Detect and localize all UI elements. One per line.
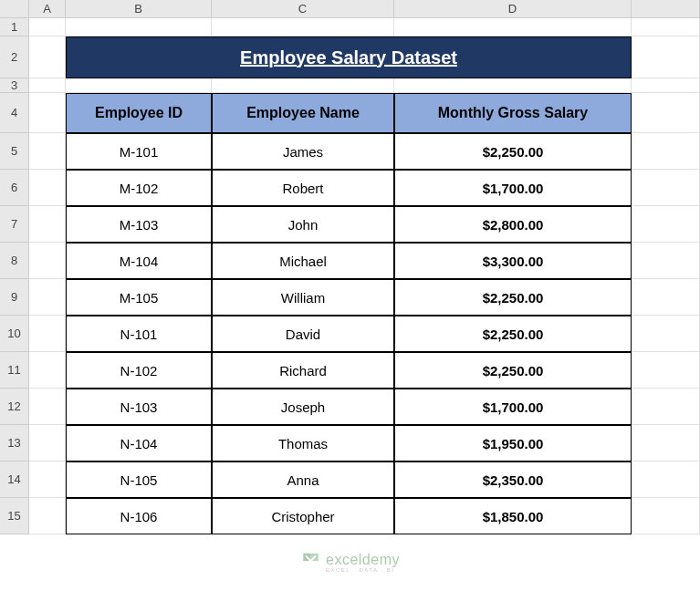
cell-d1[interactable]	[394, 18, 632, 36]
cell-salary[interactable]: $2,250.00	[394, 133, 632, 170]
cell-a12[interactable]	[29, 389, 66, 425]
table-header-name[interactable]: Employee Name	[212, 93, 394, 133]
row-header-13[interactable]: 13	[0, 425, 29, 461]
cell-employee-id[interactable]: N-103	[66, 389, 212, 425]
row-header-7[interactable]: 7	[0, 206, 29, 243]
cell-salary[interactable]: $2,250.00	[394, 279, 632, 316]
cell-a14[interactable]	[29, 461, 66, 498]
cell-employee-name[interactable]: Anna	[212, 461, 394, 498]
cell-employee-name[interactable]: Cristopher	[212, 498, 394, 534]
cell-salary[interactable]: $1,850.00	[394, 498, 632, 534]
cell-employee-name[interactable]: David	[212, 316, 394, 352]
row-header-12[interactable]: 12	[0, 389, 29, 425]
cell-e12[interactable]	[632, 389, 700, 425]
cell-employee-name[interactable]: John	[212, 206, 394, 243]
cell-employee-name[interactable]: Richard	[212, 352, 394, 389]
row-header-3[interactable]: 3	[0, 78, 29, 93]
cell-salary[interactable]: $1,700.00	[394, 389, 632, 425]
cell-employee-id[interactable]: M-103	[66, 206, 212, 243]
cell-e2[interactable]	[632, 36, 700, 78]
row-header-5[interactable]: 5	[0, 133, 29, 170]
cell-e9[interactable]	[632, 279, 700, 316]
cell-e1[interactable]	[632, 18, 700, 36]
cell-a10[interactable]	[29, 316, 66, 352]
cell-c3[interactable]	[212, 78, 394, 93]
cell-a11[interactable]	[29, 352, 66, 389]
watermark-sub: EXCEL · DATA · BI	[326, 567, 400, 573]
cell-a3[interactable]	[29, 78, 66, 93]
column-header-d[interactable]: D	[394, 0, 632, 17]
cell-e5[interactable]	[632, 133, 700, 170]
cell-employee-name[interactable]: Robert	[212, 170, 394, 206]
row-header-9[interactable]: 9	[0, 279, 29, 316]
cell-employee-id[interactable]: N-105	[66, 461, 212, 498]
cell-salary[interactable]: $2,250.00	[394, 352, 632, 389]
column-header-c[interactable]: C	[212, 0, 394, 17]
cell-employee-id[interactable]: N-102	[66, 352, 212, 389]
cell-e6[interactable]	[632, 170, 700, 206]
cell-employee-name[interactable]: William	[212, 279, 394, 316]
cell-salary[interactable]: $3,300.00	[394, 243, 632, 279]
cell-salary[interactable]: $2,350.00	[394, 461, 632, 498]
cell-salary[interactable]: $1,950.00	[394, 425, 632, 461]
cell-a13[interactable]	[29, 425, 66, 461]
cell-a9[interactable]	[29, 279, 66, 316]
cell-e10[interactable]	[632, 316, 700, 352]
column-header-a[interactable]: A	[29, 0, 66, 17]
row-header-15[interactable]: 15	[0, 498, 29, 534]
column-header-b[interactable]: B	[66, 0, 212, 17]
cell-salary[interactable]: $2,800.00	[394, 206, 632, 243]
cell-e8[interactable]	[632, 243, 700, 279]
row-header-14[interactable]: 14	[0, 461, 29, 498]
row-header-11[interactable]: 11	[0, 352, 29, 389]
cell-e15[interactable]	[632, 498, 700, 534]
cell-employee-id[interactable]: M-105	[66, 279, 212, 316]
cell-e13[interactable]	[632, 425, 700, 461]
cell-salary[interactable]: $2,250.00	[394, 316, 632, 352]
row-header-4[interactable]: 4	[0, 93, 29, 133]
cell-employee-id[interactable]: M-102	[66, 170, 212, 206]
row-3: 3	[0, 78, 700, 93]
cell-a15[interactable]	[29, 498, 66, 534]
cell-employee-id[interactable]: M-104	[66, 243, 212, 279]
table-header-id[interactable]: Employee ID	[66, 93, 212, 133]
cell-a4[interactable]	[29, 93, 66, 133]
cell-d3[interactable]	[394, 78, 632, 93]
table-row: 6M-102Robert$1,700.00	[0, 170, 700, 206]
column-header-e[interactable]	[632, 0, 700, 17]
cell-employee-name[interactable]: Thomas	[212, 425, 394, 461]
row-header-6[interactable]: 6	[0, 170, 29, 206]
cell-a7[interactable]	[29, 206, 66, 243]
table-row: 8M-104Michael$3,300.00	[0, 243, 700, 279]
row-header-2[interactable]: 2	[0, 36, 29, 78]
table-header-salary[interactable]: Monthly Gross Salary	[394, 93, 632, 133]
cell-salary[interactable]: $1,700.00	[394, 170, 632, 206]
row-2: 2 Employee Salary Dataset	[0, 36, 700, 78]
cell-a6[interactable]	[29, 170, 66, 206]
cell-b3[interactable]	[66, 78, 212, 93]
cell-b1[interactable]	[66, 18, 212, 36]
cell-employee-id[interactable]: M-101	[66, 133, 212, 170]
cell-employee-id[interactable]: N-106	[66, 498, 212, 534]
row-header-1[interactable]: 1	[0, 18, 29, 36]
cell-employee-id[interactable]: N-104	[66, 425, 212, 461]
select-all-corner[interactable]	[0, 0, 29, 17]
cell-a5[interactable]	[29, 133, 66, 170]
cell-employee-name[interactable]: James	[212, 133, 394, 170]
cell-employee-name[interactable]: Joseph	[212, 389, 394, 425]
cell-a1[interactable]	[29, 18, 66, 36]
cell-e11[interactable]	[632, 352, 700, 389]
cell-a8[interactable]	[29, 243, 66, 279]
row-header-8[interactable]: 8	[0, 243, 29, 279]
cell-e3[interactable]	[632, 78, 700, 93]
cell-employee-name[interactable]: Michael	[212, 243, 394, 279]
cell-a2[interactable]	[29, 36, 66, 78]
row-1: 1	[0, 18, 700, 36]
cell-e7[interactable]	[632, 206, 700, 243]
cell-e14[interactable]	[632, 461, 700, 498]
title-cell[interactable]: Employee Salary Dataset	[66, 36, 632, 78]
cell-c1[interactable]	[212, 18, 394, 36]
cell-employee-id[interactable]: N-101	[66, 316, 212, 352]
row-header-10[interactable]: 10	[0, 316, 29, 352]
cell-e4[interactable]	[632, 93, 700, 133]
